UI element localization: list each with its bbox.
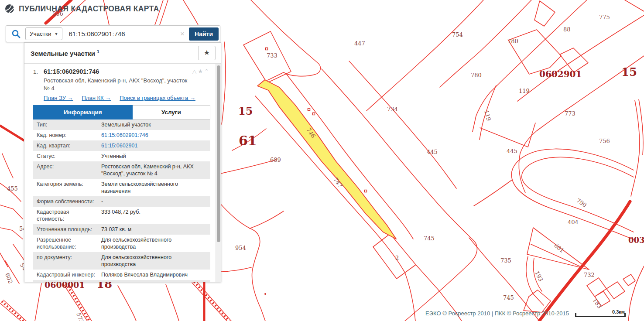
collapse-icon[interactable]: ⌃ — [204, 68, 210, 75]
panel-header: Земельные участки 1 ★ — [24, 43, 221, 64]
map-label: 15 — [238, 105, 253, 117]
star-icon[interactable]: ★ — [198, 68, 204, 75]
scrollbar-track[interactable] — [216, 64, 221, 282]
map-label: 602 — [4, 272, 14, 284]
map-label: 573 — [75, 312, 85, 321]
scale-bar: 0.3км — [575, 310, 626, 317]
road — [2, 301, 24, 321]
map-label: 445 — [427, 149, 438, 155]
map-label: 447 — [354, 40, 365, 47]
map-label: 0602901 — [539, 69, 582, 79]
app: 5667334477547808877578011911906029011577… — [0, 0, 644, 321]
info-row-value-link[interactable]: 61:15:0602901 — [101, 142, 207, 149]
info-row: Уточненная площадь:73 037 кв. м — [33, 224, 210, 235]
info-row-value: Земельный участок — [101, 121, 207, 128]
find-button[interactable]: Найти — [189, 27, 219, 41]
info-row-value: Для сельскохозяйственного производства — [101, 254, 207, 268]
map-label: 733 — [267, 52, 277, 59]
result-cadastral-number: 61:15:0602901:746 — [44, 68, 192, 75]
map-markers — [264, 48, 367, 295]
parcel-point-marker — [266, 48, 268, 50]
info-row: Кад. номер:61:15:0602901:746 — [33, 130, 210, 140]
tab-информация[interactable]: Информация — [33, 105, 133, 120]
map-attribution: ЕЭКО © Росреестр 2010 | ПКК © Росреестр … — [425, 310, 569, 317]
info-row-label: Адрес: — [37, 163, 101, 177]
parcel-dot-marker — [264, 293, 266, 295]
result-link-2[interactable]: Поиск в границах объекта → — [120, 95, 195, 101]
map-label: 455 — [7, 185, 18, 192]
map-label: 193 — [534, 270, 544, 283]
map-label: 183 — [592, 297, 603, 310]
map-label: 745 — [503, 294, 514, 301]
result-link-0[interactable]: План ЗУ → — [44, 95, 73, 101]
map-label: 119 — [483, 109, 492, 122]
info-row-label: Категория земель: — [37, 181, 101, 195]
info-row: Кадастровый инженер:Поляков Вячеслав Вла… — [33, 270, 210, 280]
map-label: 61 — [239, 133, 257, 148]
info-row-label: Форма собственности: — [37, 198, 101, 205]
info-row: Форма собственности:- — [33, 196, 210, 207]
app-title: ПУБЛИЧНАЯ КАДАСТРОВАЯ КАРТА — [19, 4, 159, 14]
map-label: 2 — [395, 255, 399, 261]
info-row: Кад. квартал:61:15:0602901 — [33, 140, 210, 151]
result-card: 1. 61:15:0602901:746 △★⌃ Ростовская обл,… — [24, 64, 221, 282]
map-label: 780 — [471, 72, 482, 79]
map-label: 780 — [507, 38, 518, 44]
info-row-value: Для сельскохозяйственного производства — [101, 236, 207, 250]
info-row-value-link[interactable]: 61:15:0602901:746 — [101, 132, 207, 139]
info-row-label: Кадастровый инженер: — [37, 271, 101, 278]
info-row: Кадастровая стоимость:333 048,72 руб. — [33, 207, 210, 224]
info-row-value: Земли сельскохозяйственного назначения — [101, 181, 207, 195]
favorite-button[interactable]: ★ — [198, 46, 216, 60]
pkk-logo-icon — [4, 3, 15, 14]
search-category-dropdown[interactable]: Участки ▼ — [25, 27, 62, 40]
result-links: План ЗУ →План КК →Поиск в границах объек… — [44, 95, 210, 101]
scale-label: 0.3км — [612, 309, 625, 314]
clear-icon[interactable]: × — [176, 30, 189, 38]
info-row-label: Кад. номер: — [37, 132, 101, 139]
info-row-label: Разрешенное использование: — [37, 236, 101, 250]
info-row-label: Тип: — [37, 121, 101, 128]
info-row: Тип:Земельный участок — [33, 120, 210, 130]
panel-title: Земельные участки 1 — [31, 49, 99, 57]
map-label: 689 — [270, 157, 281, 163]
road — [194, 282, 229, 321]
map-label: 773 — [565, 110, 575, 117]
panel-body: 1. 61:15:0602901:746 △★⌃ Ростовская обл,… — [24, 64, 221, 282]
map-label: 88 — [563, 26, 571, 33]
info-row: Адрес:Ростовская обл, Каменский р-н, АКХ… — [33, 161, 210, 179]
info-row-value: Учтенный — [101, 153, 207, 160]
result-action-icons: △★⌃ — [192, 68, 210, 75]
info-row: Разрешенное использование:Для сельскохоз… — [33, 235, 210, 252]
star-icon: ★ — [204, 49, 210, 56]
map-label: 445 — [507, 148, 517, 154]
app-header: ПУБЛИЧНАЯ КАДАСТРОВАЯ КАРТА — [4, 3, 159, 14]
map-label: 756 — [599, 138, 610, 144]
info-row-label: Кадастровая стоимость: — [37, 208, 101, 222]
map-label: 119 — [519, 88, 530, 94]
info-row-label: Уточненная площадь: — [37, 226, 101, 233]
info-row-value: - — [101, 198, 207, 205]
tabs: ИнформацияУслуги — [33, 105, 210, 120]
info-row: по документу:Для сельскохозяйственного п… — [33, 252, 210, 270]
info-row-label: по документу: — [37, 254, 101, 268]
result-address: Ростовская обл, Каменский р-н, АКХ "Восх… — [44, 77, 188, 92]
info-row: Категория земель:Земли сельскохозяйствен… — [33, 179, 210, 196]
info-row-value: Ростовская обл, Каменский р-н, АКХ "Восх… — [101, 163, 207, 177]
info-row-value: 73 037 кв. м — [101, 226, 207, 233]
map-label: 734 — [387, 106, 398, 113]
search-category-label: Участки — [30, 31, 51, 37]
map-label: 00301 — [628, 236, 644, 245]
result-index: 1. — [33, 68, 44, 75]
triangle-icon[interactable]: △ — [192, 68, 198, 75]
parcel-point-marker — [365, 190, 367, 192]
tab-услуги[interactable]: Услуги — [133, 105, 210, 120]
road — [0, 126, 24, 140]
map-label: 745 — [424, 235, 435, 242]
search-input[interactable] — [62, 30, 176, 38]
scrollbar-thumb[interactable] — [217, 65, 220, 242]
info-table: Тип:Земельный участокКад. номер:61:15:06… — [33, 120, 210, 282]
map-label: 404 — [568, 219, 579, 225]
info-row-value: Поляков Вячеслав Владимирович — [101, 271, 207, 278]
result-link-1[interactable]: План КК → — [82, 95, 111, 101]
